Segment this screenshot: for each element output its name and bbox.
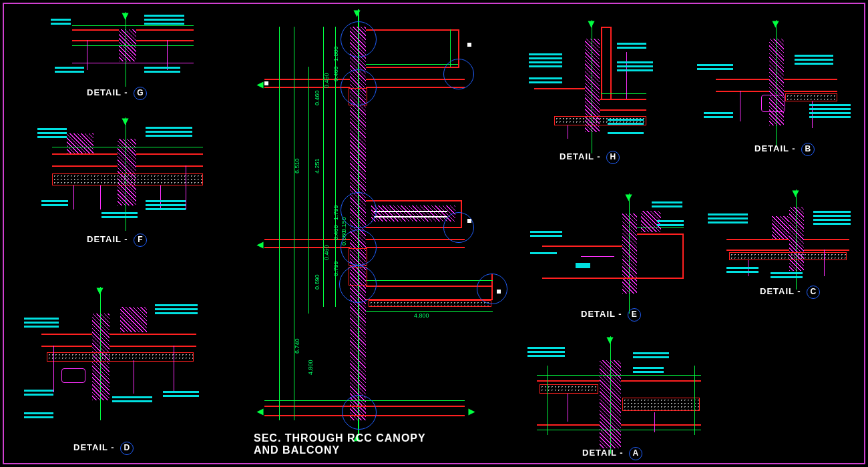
detail-label-a: DETAIL - A	[582, 447, 642, 460]
detail-letter: F	[134, 234, 147, 247]
dim-text: 4.800	[414, 312, 429, 319]
break-icon: ▾	[463, 409, 478, 415]
dim-text: 4.251	[314, 158, 320, 173]
slab-line	[72, 40, 119, 41]
callout-circle	[443, 212, 474, 243]
concrete-dots	[47, 352, 194, 362]
dim-line	[366, 311, 493, 312]
rebar-section	[61, 368, 85, 383]
slab-line	[726, 250, 789, 251]
concrete-dots	[369, 300, 491, 307]
detail-label-e: DETAIL - E	[581, 308, 641, 322]
dim-text: 0.460	[333, 225, 339, 240]
level-line	[601, 93, 646, 94]
annotation	[726, 267, 758, 274]
level-line	[366, 64, 458, 65]
callout-circle	[341, 192, 377, 228]
annotation	[608, 132, 644, 135]
section-marker	[467, 43, 471, 47]
callout-circle	[342, 395, 377, 430]
concrete-dots	[785, 93, 837, 101]
section-marker	[497, 290, 501, 294]
annotation	[146, 200, 186, 211]
annotation	[697, 64, 733, 71]
annotation	[37, 128, 67, 139]
dim-text: 6.740	[294, 338, 300, 354]
dim-ext	[548, 366, 548, 435]
slab-line	[804, 239, 849, 240]
annotation	[633, 352, 669, 360]
detail-letter: A	[629, 447, 642, 460]
slab-line	[136, 29, 194, 31]
level-line	[52, 147, 203, 147]
title-line2: AND BALCONY	[254, 444, 426, 456]
slab-line	[542, 278, 684, 279]
annotation	[809, 104, 851, 119]
leader	[626, 52, 627, 99]
slab-line	[600, 109, 646, 111]
dim-ext	[694, 366, 695, 435]
leader	[174, 346, 174, 392]
slab-line	[621, 424, 701, 426]
detail-letter: G	[134, 87, 147, 100]
break-icon: ▾	[588, 16, 594, 31]
break-icon: ▾	[97, 283, 103, 298]
leader	[87, 40, 87, 70]
rebar-section	[761, 95, 785, 112]
annotation	[708, 213, 748, 225]
parapet-top	[601, 27, 612, 28]
parapet-line	[601, 27, 602, 100]
label-prefix: DETAIL -	[582, 448, 624, 458]
break-icon: ▾	[122, 8, 128, 23]
slab-line	[136, 165, 203, 167]
label-prefix: DETAIL -	[760, 286, 801, 296]
annotation	[24, 390, 53, 397]
annotation	[144, 15, 184, 26]
callout-circle	[341, 69, 377, 105]
slab-line	[366, 247, 465, 248]
slab-line	[542, 246, 622, 247]
detail-letter: E	[628, 308, 641, 322]
slab-line	[784, 79, 837, 80]
break-icon: ▾	[793, 185, 799, 200]
annotation	[527, 347, 565, 358]
dim-text: 0.799	[333, 261, 339, 276]
break-icon: ▾	[607, 332, 613, 347]
leader	[73, 185, 74, 209]
detail-letter: C	[807, 286, 820, 299]
annotation	[633, 367, 664, 374]
annotation	[813, 211, 851, 226]
break-icon: ▾	[773, 16, 779, 31]
callout-circle	[339, 266, 377, 303]
annotation	[652, 201, 682, 209]
label-prefix: DETAIL -	[581, 309, 622, 319]
leader	[740, 91, 740, 121]
dim-text: 0.460	[314, 90, 320, 105]
slab-line	[72, 29, 119, 31]
main-section-title: SEC. THROUGH RCC CANOPY AND BALCONY	[254, 432, 426, 456]
annotation-block	[576, 263, 590, 268]
dim-text: 0.460	[323, 245, 330, 260]
slab-line	[136, 40, 194, 41]
slab-line	[264, 87, 350, 88]
parapet-hatch	[120, 307, 147, 332]
leader	[654, 412, 655, 432]
dim-ext	[323, 27, 324, 307]
level-line	[72, 45, 194, 46]
dim-text: 4.800	[307, 360, 314, 375]
level-line	[366, 280, 493, 281]
level-line	[537, 375, 701, 376]
annotation	[101, 212, 138, 219]
slab-line	[110, 334, 196, 335]
concrete-dots	[539, 384, 598, 394]
detail-letter: H	[606, 151, 620, 164]
annotation	[41, 200, 68, 207]
slab-line	[537, 424, 600, 426]
break-icon: ▾	[122, 113, 128, 128]
level-line	[537, 430, 701, 430]
annotation	[608, 119, 644, 126]
break-icon: ▾	[254, 409, 268, 415]
leader	[167, 40, 168, 70]
canopy-top	[366, 29, 459, 31]
slab-line	[726, 239, 789, 240]
